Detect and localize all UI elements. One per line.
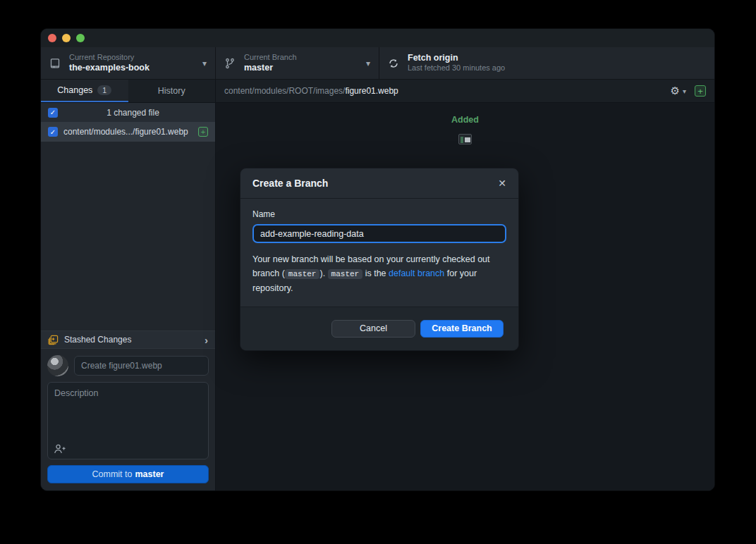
close-icon[interactable]: ✕ — [498, 178, 506, 189]
commit-button-branch: master — [135, 469, 164, 479]
plus-icon: + — [697, 87, 703, 96]
branch-icon — [224, 58, 236, 69]
diff-file-path-name: figure01.webp — [345, 86, 398, 96]
titlebar — [41, 29, 714, 47]
chevron-down-icon: ▾ — [683, 87, 686, 95]
current-repository-value: the-examples-book — [69, 63, 150, 74]
dialog-footer: Cancel Create Branch — [240, 307, 518, 350]
tab-changes-label: Changes — [57, 85, 92, 95]
commit-description-input[interactable] — [48, 383, 208, 442]
current-branch-dropdown[interactable]: Current Branch master ▾ — [216, 47, 379, 79]
dialog-header: Create a Branch ✕ — [240, 168, 518, 199]
current-branch-value: master — [244, 63, 297, 74]
zoom-window-button[interactable] — [76, 34, 85, 42]
diff-file-path: content/modules/ROOT/images/figure01.web… — [224, 86, 671, 96]
gear-icon: ⚙ — [671, 85, 680, 97]
fetch-origin-label: Fetch origin — [408, 53, 505, 64]
diff-added-label: Added — [451, 115, 479, 125]
dialog-title: Create a Branch — [252, 178, 498, 189]
fetch-origin-status: Last fetched 30 minutes ago — [408, 63, 505, 73]
stash-icon — [48, 335, 59, 345]
check-icon: ✓ — [50, 109, 56, 116]
commit-summary-input[interactable] — [74, 356, 209, 376]
minimize-window-button[interactable] — [62, 34, 71, 42]
commit-form: Commit to master — [41, 349, 215, 490]
branch-code-pill: master — [328, 269, 363, 279]
fetch-origin-button[interactable]: Fetch origin Last fetched 30 minutes ago — [379, 47, 714, 79]
chevron-down-icon: ▾ — [202, 58, 207, 68]
changed-files-count: 1 changed file — [58, 108, 208, 118]
diff-options-button[interactable]: ⚙ ▾ — [671, 85, 686, 97]
select-all-checkbox[interactable]: ✓ — [48, 108, 58, 118]
diff-file-header: content/modules/ROOT/images/figure01.web… — [216, 80, 714, 103]
changes-count-badge: 1 — [97, 85, 111, 95]
current-branch-label: Current Branch — [244, 53, 297, 63]
file-checkbox[interactable]: ✓ — [48, 127, 58, 137]
chevron-down-icon: ▾ — [366, 58, 370, 68]
user-avatar — [47, 355, 68, 376]
changed-file-path: content/modules.../figure01.webp — [63, 127, 198, 137]
tab-changes[interactable]: Changes 1 — [41, 80, 128, 102]
commit-description-box — [47, 382, 209, 459]
diff-file-path-dir: content/modules/ROOT/images/ — [224, 86, 345, 96]
stashed-changes-label: Stashed Changes — [64, 335, 205, 345]
check-icon: ✓ — [50, 128, 56, 136]
tab-history[interactable]: History — [128, 80, 216, 102]
toolbar: Current Repository the-examples-book ▾ C… — [41, 47, 714, 80]
dialog-text-part2: ). — [319, 268, 327, 278]
added-status-icon: + — [695, 85, 706, 97]
plus-icon: + — [201, 128, 205, 136]
repo-icon — [49, 58, 61, 69]
add-coauthor-icon[interactable] — [54, 443, 66, 455]
tab-history-label: History — [158, 86, 185, 96]
branch-name-label: Name — [252, 209, 506, 219]
changed-files-summary-row: ✓ 1 changed file — [41, 103, 215, 122]
branch-name-input[interactable] — [252, 224, 506, 243]
branch-code-pill: master — [285, 269, 320, 279]
current-repository-dropdown[interactable]: Current Repository the-examples-book ▾ — [41, 47, 216, 79]
close-window-button[interactable] — [48, 34, 56, 42]
file-added-status-icon: + — [198, 127, 208, 137]
default-branch-link[interactable]: default branch — [389, 268, 444, 278]
image-thumbnail — [458, 134, 472, 144]
sidebar: Changes 1 History ✓ 1 changed file ✓ con… — [41, 80, 216, 490]
commit-to-master-button[interactable]: Commit to master — [47, 465, 209, 483]
sidebar-tabbar: Changes 1 History — [41, 80, 215, 103]
dialog-text-part3: is the — [362, 268, 389, 278]
cancel-button[interactable]: Cancel — [331, 320, 415, 338]
dialog-description: Your new branch will be based on your cu… — [252, 252, 506, 295]
stashed-changes-row[interactable]: Stashed Changes › — [41, 330, 215, 349]
file-list-empty-area — [41, 142, 215, 330]
changed-file-row[interactable]: ✓ content/modules.../figure01.webp + — [41, 122, 215, 142]
chevron-right-icon: › — [205, 334, 208, 346]
sync-icon — [388, 58, 399, 69]
commit-button-prefix: Commit to — [92, 469, 133, 479]
create-branch-button[interactable]: Create Branch — [420, 320, 504, 338]
dialog-body: Name Your new branch will be based on yo… — [240, 199, 518, 307]
current-repository-label: Current Repository — [69, 53, 150, 63]
create-branch-dialog: Create a Branch ✕ Name Your new branch w… — [240, 168, 519, 351]
